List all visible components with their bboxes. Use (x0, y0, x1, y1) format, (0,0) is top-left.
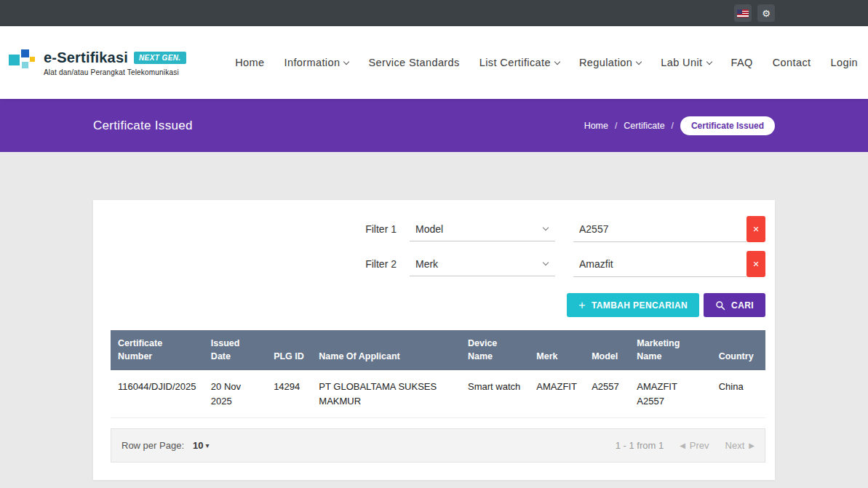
nav-item-information[interactable]: Information (284, 57, 349, 68)
filter2-value-input[interactable] (573, 251, 746, 277)
chevron-down-icon (636, 58, 642, 64)
next-arrow-icon: ▶ (749, 441, 754, 449)
certificates-table: Certificate Number Issued Date PLG ID Na… (111, 330, 765, 418)
col-device-name: Device Name (461, 330, 529, 370)
language-flag-button[interactable] (734, 4, 752, 22)
prev-page-button[interactable]: ◀ Prev (680, 440, 709, 451)
gear-icon: ⚙ (762, 8, 771, 19)
search-icon (715, 300, 725, 311)
col-name-of-applicant: Name Of Applicant (311, 330, 461, 370)
col-certificate-number: Certificate Number (111, 330, 204, 370)
cell-marketing-name: AMAZFIT A2557 (629, 370, 711, 418)
main-content: Filter 1 Model ✕ Filter 2 Merk ✕ (0, 200, 868, 480)
cell-device-name: Smart watch (461, 370, 529, 418)
nav-item-lab-unit[interactable]: Lab Unit (661, 57, 711, 68)
page-title: Certificate Issued (93, 119, 193, 133)
col-issued-date: Issued Date (204, 330, 266, 370)
cell-merk: AMAZFIT (529, 370, 584, 418)
us-flag-icon (737, 9, 749, 17)
filter-row-2: Filter 2 Merk ✕ (111, 251, 765, 277)
rows-per-page-select[interactable]: 10 ▾ (193, 440, 210, 451)
chevron-down-icon (343, 58, 349, 64)
col-plg-id: PLG ID (266, 330, 311, 370)
cell-plg-id: 14294 (266, 370, 311, 418)
breadcrumb-current: Certificate Issued (680, 116, 775, 135)
table-row[interactable]: 116044/DJID/2025 20 Nov 2025 14294 PT GL… (111, 370, 765, 418)
cell-name-of-applicant: PT GLOBALTAMA SUKSES MAKMUR (311, 370, 461, 418)
logo-title: e-Sertifikasi (44, 49, 128, 66)
breadcrumb: Home / Certificate / Certificate Issued (584, 116, 775, 135)
cell-model: A2557 (584, 370, 629, 418)
page-banner: Certificate Issued Home / Certificate / … (0, 99, 868, 152)
cell-country: China (712, 370, 765, 418)
chevron-down-icon (543, 260, 549, 265)
next-page-button[interactable]: Next ▶ (725, 440, 754, 451)
topbar: ⚙ (0, 0, 868, 26)
breadcrumb-separator: / (615, 121, 617, 131)
filter2-select[interactable]: Merk (410, 252, 555, 276)
breadcrumb-home[interactable]: Home (584, 121, 608, 131)
col-country: Country (712, 330, 765, 370)
nav-item-regulation[interactable]: Regulation (579, 57, 641, 68)
filter1-label: Filter 1 (365, 223, 397, 235)
rows-per-page-label: Row per Page: (122, 440, 184, 451)
actions-row: + TAMBAH PENCARIAN CARI (111, 293, 765, 317)
chevron-down-icon (554, 58, 560, 64)
nav-item-service-standards[interactable]: Service Standards (368, 57, 459, 68)
plus-icon: + (578, 299, 586, 312)
add-search-button[interactable]: + TAMBAH PENCARIAN (567, 293, 699, 317)
cell-certificate-number: 116044/DJID/2025 (111, 370, 204, 418)
search-button[interactable]: CARI (704, 293, 765, 317)
close-icon: ✕ (752, 225, 759, 234)
chevron-down-icon (706, 58, 712, 64)
nav-item-list-certificate[interactable]: List Certificate (479, 57, 560, 68)
filter1-value-input[interactable] (573, 216, 746, 242)
col-marketing-name: Marketing Name (629, 330, 711, 370)
site-header: e-Sertifikasi NEXT GEN. Alat dan/atau Pe… (0, 26, 868, 99)
pagination-range: 1 - 1 from 1 (616, 440, 664, 451)
col-merk: Merk (529, 330, 584, 370)
prev-arrow-icon: ◀ (680, 441, 685, 449)
certificate-card: Filter 1 Model ✕ Filter 2 Merk ✕ (93, 200, 775, 480)
breadcrumb-separator: / (672, 121, 674, 131)
filter1-clear-button[interactable]: ✕ (746, 216, 765, 242)
logo[interactable]: e-Sertifikasi NEXT GEN. Alat dan/atau Pe… (7, 47, 186, 78)
logo-badge: NEXT GEN. (134, 52, 186, 64)
filter-row-1: Filter 1 Model ✕ (111, 216, 765, 242)
nav-item-faq[interactable]: FAQ (731, 57, 753, 68)
close-icon: ✕ (752, 260, 759, 269)
filter1-select-value: Model (415, 223, 443, 235)
filter2-label: Filter 2 (365, 258, 397, 270)
logo-subtitle: Alat dan/atau Perangkat Telekomunikasi (44, 68, 186, 76)
nav-item-contact[interactable]: Contact (773, 57, 811, 68)
logo-icon (7, 47, 38, 78)
table-header-row: Certificate Number Issued Date PLG ID Na… (111, 330, 765, 370)
filter2-select-value: Merk (415, 258, 438, 270)
pagination-bar: Row per Page: 10 ▾ 1 - 1 from 1 ◀ Prev N… (111, 428, 765, 463)
filter1-select[interactable]: Model (410, 217, 555, 241)
col-model: Model (584, 330, 629, 370)
breadcrumb-certificate[interactable]: Certificate (624, 121, 664, 131)
filter2-clear-button[interactable]: ✕ (746, 251, 765, 277)
chevron-down-icon (543, 225, 549, 231)
nav-item-home[interactable]: Home (235, 57, 264, 68)
nav-item-login[interactable]: Login (831, 57, 858, 68)
settings-button[interactable]: ⚙ (757, 4, 775, 22)
main-nav: Home Information Service Standards List … (235, 57, 858, 68)
cell-issued-date: 20 Nov 2025 (204, 370, 266, 418)
caret-down-icon: ▾ (205, 441, 209, 449)
